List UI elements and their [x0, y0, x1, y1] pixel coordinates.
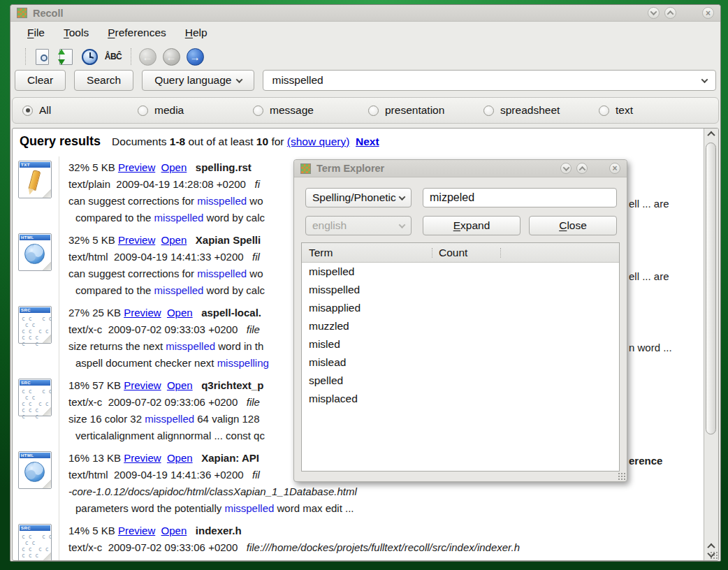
text-segment [187, 525, 196, 536]
file-type-icon-html: HTML [17, 450, 60, 522]
back-arrow-icon: ← [139, 48, 156, 66]
expansion-mode-dropdown[interactable]: Spelling/Phonetic [305, 188, 412, 207]
term-row[interactable]: mislead [302, 353, 619, 372]
history-button[interactable] [78, 46, 101, 67]
preview-link[interactable]: Preview [118, 525, 155, 536]
column-resize-handle[interactable] [500, 248, 501, 258]
text-segment: 10 [256, 136, 268, 147]
radio-icon[interactable] [22, 105, 33, 116]
open-link[interactable]: Open [161, 161, 187, 173]
chevron-up-icon [578, 166, 585, 173]
close-dialog-button[interactable]: × [609, 163, 620, 174]
desktop: Recoll × FileToolsPreferencesHelp Å [0, 0, 728, 570]
result-title: Xapian: API [201, 452, 259, 464]
term-table: Term Count mispelledmisspelledmisapplied… [301, 242, 620, 472]
text-segment: verticalalignment alignnormal ... const … [75, 430, 265, 441]
query-language-dropdown[interactable]: Query language [142, 70, 254, 91]
term-column-header[interactable]: Term [302, 247, 432, 259]
shade-button[interactable] [560, 163, 572, 174]
show-query-link[interactable]: (show query) [287, 136, 350, 147]
menu-item-file[interactable]: File [27, 27, 45, 39]
radio-icon[interactable] [368, 105, 379, 116]
menu-item-preferences[interactable]: Preferences [108, 27, 166, 39]
advanced-search-button[interactable] [31, 46, 53, 67]
term-row[interactable]: misapplied [302, 299, 619, 317]
term-row[interactable]: spelled [302, 372, 619, 390]
term-row[interactable]: mispelled [302, 263, 619, 281]
menu-item-help[interactable]: Help [185, 27, 208, 39]
filter-media[interactable]: media [138, 104, 253, 117]
filter-presentation[interactable]: presentation [368, 104, 483, 117]
preview-link[interactable]: Preview [124, 379, 161, 391]
document-search-icon [36, 49, 49, 65]
preview-link[interactable]: Preview [124, 452, 161, 464]
term-cell: misspelled [309, 281, 439, 299]
text-segment: can suggest corrections for [68, 195, 197, 207]
scrollbar-thumb[interactable] [706, 142, 716, 434]
term-row[interactable]: muzzled [302, 317, 619, 335]
term-row[interactable]: misspelled [302, 281, 619, 299]
column-resize-handle[interactable] [432, 248, 432, 258]
previous-page-button[interactable]: ← [160, 46, 182, 67]
result-row[interactable]: SRCc c c c c c c c c c c c c c c14% 5 KB… [17, 522, 701, 561]
preview-link[interactable]: Preview [118, 234, 155, 246]
down-arrow-icon [58, 59, 65, 65]
search-row: Clear Search Query language misspelled [15, 69, 716, 92]
open-link[interactable]: Open [161, 234, 187, 246]
filter-text[interactable]: text [599, 104, 714, 117]
next-page-button[interactable]: → [184, 46, 206, 67]
term-input[interactable]: mizpeled [423, 188, 617, 207]
filter-message[interactable]: message [253, 104, 368, 117]
term-row[interactable]: misplaced [302, 390, 619, 408]
scroll-up-icon[interactable] [707, 131, 715, 139]
filter-spreadsheet[interactable]: spreadsheet [483, 104, 599, 117]
radio-icon[interactable] [483, 105, 494, 116]
text-segment: fi [254, 178, 260, 190]
dialog-title-bar[interactable]: Term Explorer × [294, 160, 627, 177]
text-segment: word by calc [203, 212, 265, 224]
results-scrollbar[interactable] [704, 129, 718, 560]
window-resize-grip[interactable] [710, 551, 718, 559]
text-segment: fil [252, 251, 260, 263]
term-row[interactable]: misled [302, 335, 619, 353]
chevron-down-icon [399, 221, 406, 228]
search-button[interactable]: Search [74, 70, 133, 91]
preview-link[interactable]: Preview [118, 161, 155, 173]
filter-all[interactable]: All [22, 104, 138, 117]
open-link[interactable]: Open [167, 307, 193, 319]
open-link[interactable]: Open [161, 525, 187, 536]
expand-button[interactable]: Expand [423, 216, 520, 235]
radio-icon[interactable] [138, 105, 148, 116]
dialog-resize-grip[interactable] [618, 472, 625, 480]
text-segment [187, 161, 196, 173]
window-title: Recoll [33, 8, 648, 19]
covered-text-fragment: ell ... are [629, 196, 669, 212]
close-window-button[interactable]: × [702, 7, 714, 19]
search-input[interactable]: misspelled [263, 70, 716, 91]
clear-button[interactable]: Clear [15, 70, 66, 91]
back-arrow-icon: ← [163, 48, 180, 66]
shade-button[interactable] [648, 7, 660, 19]
count-column-header[interactable]: Count [439, 247, 500, 259]
open-link[interactable]: Open [167, 452, 193, 464]
open-link[interactable]: Open [167, 379, 193, 391]
sort-parameters-button[interactable] [54, 46, 77, 67]
unshade-button[interactable] [576, 163, 588, 174]
forward-arrow-icon: → [187, 48, 204, 66]
next-page-link[interactable]: Next [356, 136, 379, 147]
text-segment [155, 525, 161, 536]
radio-icon[interactable] [599, 105, 609, 116]
unshade-button[interactable] [664, 7, 676, 19]
first-page-button[interactable]: ← [136, 46, 159, 67]
term-table-header[interactable]: Term Count [302, 243, 619, 263]
query-language-label: Query language [154, 74, 231, 87]
menu-item-tools[interactable]: Tools [64, 27, 89, 39]
text-segment: text/plain 2009-04-19 14:28:08 +0200 [68, 178, 254, 190]
preview-link[interactable]: Preview [124, 307, 161, 319]
term-explorer-button[interactable]: ÅBĈ [102, 46, 124, 67]
text-segment: size 16 color 32 [68, 413, 145, 425]
title-bar[interactable]: Recoll × [10, 5, 720, 22]
toolbar: ÅBĈ ← ← → [10, 44, 720, 69]
close-button[interactable]: Close [529, 216, 617, 235]
radio-icon[interactable] [253, 105, 263, 116]
